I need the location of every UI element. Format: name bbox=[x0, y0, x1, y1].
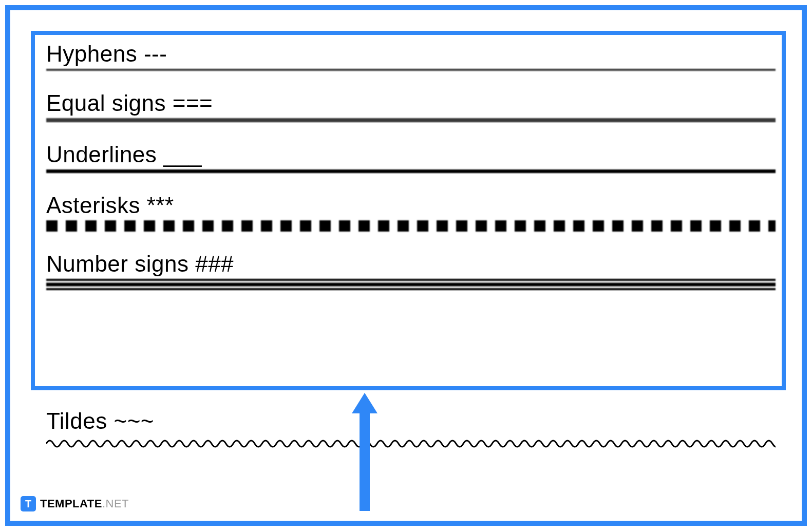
label-numbers: Number signs ### bbox=[46, 251, 776, 277]
row-asterisks: Asterisks *** bbox=[46, 193, 776, 232]
outer-frame: Hyphens --- Equal signs === Underlines _… bbox=[5, 5, 807, 526]
line-asterisks bbox=[46, 220, 776, 232]
label-hyphens: Hyphens --- bbox=[46, 41, 776, 67]
row-equals: Equal signs === bbox=[46, 90, 776, 122]
line-tildes bbox=[46, 436, 776, 451]
label-equals: Equal signs === bbox=[46, 90, 776, 116]
watermark: T TEMPLATE.NET bbox=[21, 496, 129, 511]
watermark-domain: .NET bbox=[102, 497, 129, 510]
content-area: Hyphens --- Equal signs === Underlines _… bbox=[46, 41, 776, 290]
line-hyphens bbox=[46, 69, 776, 71]
line-equals bbox=[46, 118, 776, 122]
label-underlines: Underlines ___ bbox=[46, 142, 776, 167]
watermark-brand: TEMPLATE bbox=[40, 497, 102, 510]
line-numbers bbox=[46, 279, 776, 290]
row-underlines: Underlines ___ bbox=[46, 142, 776, 173]
watermark-text: TEMPLATE.NET bbox=[40, 497, 129, 510]
watermark-icon: T bbox=[21, 496, 36, 511]
label-asterisks: Asterisks *** bbox=[46, 193, 776, 218]
row-tildes: Tildes ~~~ bbox=[46, 408, 776, 451]
watermark-icon-letter: T bbox=[25, 498, 31, 510]
row-numbers: Number signs ### bbox=[46, 251, 776, 290]
label-tildes: Tildes ~~~ bbox=[46, 408, 776, 434]
line-underlines bbox=[46, 169, 776, 173]
row-hyphens: Hyphens --- bbox=[46, 41, 776, 71]
